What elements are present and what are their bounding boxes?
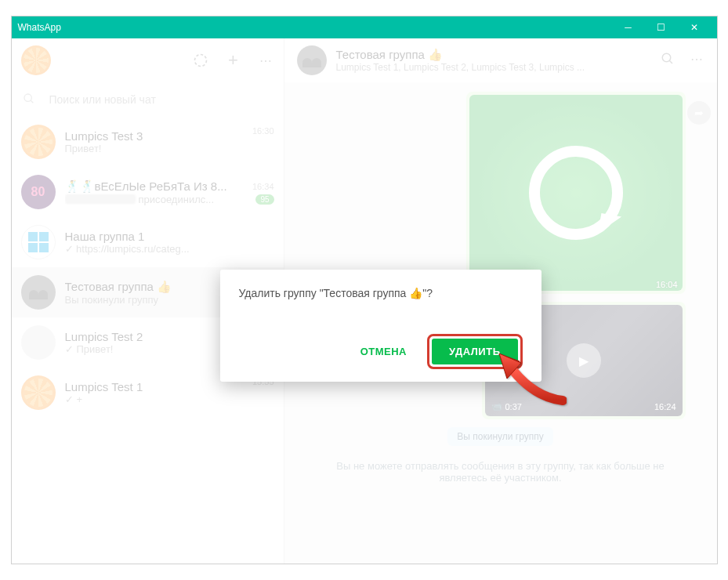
dialog-actions: ОТМЕНА УДАЛИТЬ: [239, 334, 523, 369]
chat-preview: Привет!: [65, 143, 243, 154]
message-time: 16:24: [654, 402, 676, 411]
search-placeholder: Поиск или новый чат: [49, 93, 156, 106]
message-time: 16:04: [656, 280, 678, 289]
camera-icon: 📹: [491, 401, 502, 411]
chat-time: 16:34: [252, 182, 274, 191]
chat-preview: ✓ https://lumpics.ru/categ...: [65, 243, 274, 255]
video-duration: 📹 0:37: [491, 401, 522, 411]
svg-point-3: [662, 53, 671, 62]
sidebar-header: + ⋯: [12, 38, 284, 82]
chat-preview: ✓ +: [65, 393, 243, 405]
chat-preview: ✓ Привет!: [65, 343, 243, 355]
chat-avatar: [21, 225, 56, 259]
conversation-members: Lumpics Test 1, Lumpics Test 2, Lumpics …: [336, 62, 651, 73]
chat-time: 16:30: [252, 126, 274, 136]
minimize-button[interactable]: ─: [612, 16, 645, 38]
search-bar[interactable]: Поиск или новый чат: [12, 82, 284, 117]
app-window: WhatsApp ─ ☐ ✕ + ⋯ Поиск или новый чат: [11, 16, 718, 564]
delete-highlight: УДАЛИТЬ: [427, 334, 523, 369]
unread-badge: 95: [255, 194, 273, 205]
status-icon[interactable]: [193, 53, 208, 68]
chat-avatar: [21, 125, 56, 159]
menu-icon[interactable]: ⋯: [259, 53, 274, 68]
maximize-button[interactable]: ☐: [645, 16, 678, 38]
dialog-message: Удалить группу "Тестовая группа 👍"?: [239, 287, 523, 299]
play-icon[interactable]: ▶: [567, 343, 601, 378]
chat-avatar: [21, 325, 56, 360]
group-avatar: [297, 45, 327, 75]
sidebar-actions: + ⋯: [193, 53, 274, 68]
chat-name: Lumpics Test 1: [65, 380, 243, 393]
search-in-chat-icon[interactable]: [661, 52, 675, 69]
readonly-notice: Вы не можете отправлять сообщения в эту …: [316, 454, 686, 490]
chat-name: 🕺🕺вЕсЕлЫе РеБяТа Из 8...: [65, 179, 243, 194]
forward-icon[interactable]: ➦: [687, 101, 711, 125]
window-controls: ─ ☐ ✕: [612, 16, 711, 38]
conversation-title: Тестовая группа 👍: [336, 48, 651, 62]
svg-point-0: [194, 55, 206, 67]
confirm-dialog: Удалить группу "Тестовая группа 👍"? ОТМЕ…: [220, 270, 541, 382]
chat-name: Наша группа 1: [65, 230, 274, 243]
svg-line-4: [669, 60, 672, 63]
conversation-header[interactable]: Тестовая группа 👍 Lumpics Test 1, Lumpic…: [284, 38, 717, 82]
chat-name: Lumpics Test 2: [65, 330, 243, 343]
titlebar: WhatsApp ─ ☐ ✕: [12, 16, 717, 38]
chat-menu-icon[interactable]: ⋯: [690, 52, 704, 69]
image-message[interactable]: ➦ 16:04: [466, 92, 686, 294]
svg-line-2: [31, 100, 33, 103]
svg-point-1: [24, 94, 31, 101]
chat-preview: присоединилс...: [65, 194, 243, 205]
chat-avatar: [21, 375, 56, 410]
system-message: Вы покинули группу: [447, 427, 552, 446]
chat-item[interactable]: 80 🕺🕺вЕсЕлЫе РеБяТа Из 8... присоединилс…: [12, 167, 284, 217]
search-icon: [23, 92, 35, 107]
chat-avatar: [21, 275, 56, 310]
delete-button[interactable]: УДАЛИТЬ: [432, 339, 518, 364]
chat-name: Lumpics Test 3: [65, 129, 243, 143]
app-body: + ⋯ Поиск или новый чат Lumpics Test 3 П…: [12, 38, 717, 564]
new-chat-icon[interactable]: +: [226, 53, 241, 68]
whatsapp-logo-image: [469, 95, 683, 291]
window-title: WhatsApp: [18, 22, 612, 33]
close-button[interactable]: ✕: [678, 16, 711, 38]
chat-item[interactable]: Наша группа 1 ✓ https://lumpics.ru/categ…: [12, 217, 284, 267]
chat-avatar: 80: [21, 175, 56, 209]
cancel-button[interactable]: ОТМЕНА: [346, 339, 421, 364]
chat-item[interactable]: Lumpics Test 3 Привет! 16:30: [12, 117, 284, 167]
user-avatar[interactable]: [21, 45, 51, 75]
